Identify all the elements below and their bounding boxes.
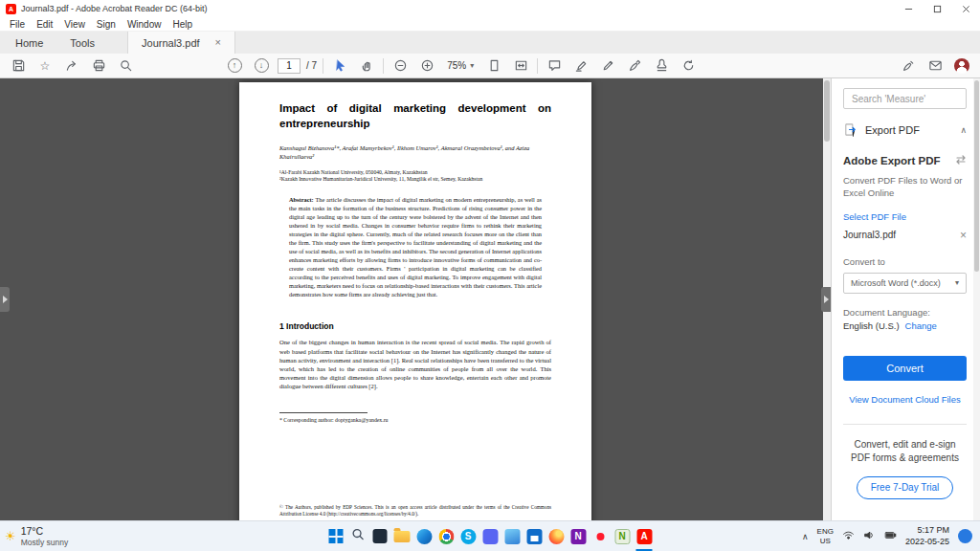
menu-sign[interactable]: Sign [91,19,122,30]
select-pdf-file-link[interactable]: Select PDF File [843,211,967,222]
menu-window[interactable]: Window [122,19,167,30]
format-dropdown[interactable]: Microsoft Word (*.docx) ▾ [843,273,967,294]
taskbar-app-notepad[interactable]: N [612,521,634,551]
toolbar-separator [537,58,538,74]
tab-document[interactable]: Journal3.pdf × [127,32,235,54]
save-button[interactable] [8,56,29,76]
convert-button[interactable]: Convert [843,356,967,381]
language-indicator[interactable]: ENG US [817,527,834,544]
sign-pen-button[interactable] [898,56,919,76]
toolbar-separator [383,58,384,74]
taskbar-app-opera[interactable] [590,521,612,551]
adobe-export-pdf-menu-icon[interactable] [955,154,967,167]
taskbar-app-start[interactable] [325,521,347,551]
highlight-tool-button[interactable] [570,56,591,76]
tray-chevron-icon[interactable]: ∧ [802,532,809,541]
tab-tools[interactable]: Tools [56,32,108,54]
taskbar-app-search[interactable] [347,521,369,551]
zoom-out-button[interactable] [390,56,411,76]
network-button[interactable] [842,528,855,545]
taskbar-apps: S N N A [325,521,656,551]
comment-tool-button[interactable] [544,56,565,76]
panel-scrollbar[interactable] [973,78,980,520]
menu-view[interactable]: View [58,19,91,30]
paper-abstract: Abstract: The article discusses the impa… [289,195,542,298]
navigation-pane-toggle[interactable] [0,287,10,312]
stamp-tool-button[interactable] [651,56,672,76]
page-number-input[interactable] [278,58,301,74]
discord-icon [482,529,498,544]
print-button[interactable] [88,56,109,76]
change-language-link[interactable]: Change [905,320,937,331]
remove-file-icon[interactable]: × [960,230,967,241]
volume-button[interactable] [863,528,876,545]
taskbar-app-edge[interactable] [413,521,435,551]
taskbar-search-icon [351,527,366,545]
find-button[interactable] [115,56,136,76]
notepad-plus-plus-icon: N [614,529,630,544]
free-trial-button[interactable]: Free 7-Day Trial [857,476,954,499]
fill-sign-tool-button[interactable] [624,56,645,76]
star-button[interactable]: ☆ [34,56,56,76]
weather-temperature: 17°C [21,525,69,538]
envelope-icon [928,58,943,73]
menu-help[interactable]: Help [167,19,198,30]
zoom-in-icon [420,58,434,73]
minimize-button[interactable] [894,0,923,17]
pdf-page: Impact of digital marketing development … [239,82,591,520]
battery-button[interactable] [884,528,897,545]
profile-button[interactable] [951,56,972,76]
paper-authors: Kanshagul Bizhanova¹*, Arafat Mamyrbekov… [279,143,551,162]
panel-scrollbar-thumb[interactable] [974,80,979,272]
next-page-button[interactable]: ↓ [251,56,272,76]
select-tool-button[interactable] [329,56,350,76]
chevron-up-icon[interactable]: ∧ [960,125,967,135]
maximize-button[interactable] [923,0,951,17]
single-page-view-button[interactable] [483,56,504,76]
previous-page-button[interactable]: ↑ [224,56,245,76]
tools-pane-toggle[interactable] [821,287,831,312]
footnote: * Corresponding author: doptyganka@yande… [279,417,551,423]
document-scrollbar-thumb[interactable] [824,80,830,142]
zoom-in-button[interactable] [416,56,437,76]
taskbar-app-file-explorer[interactable] [391,521,413,551]
sign-pen-icon [902,58,916,73]
taskbar-app-discord[interactable] [479,521,501,551]
taskbar-app-store[interactable] [523,521,546,551]
action-center-icon[interactable] [958,529,972,543]
share-email-button[interactable] [924,56,946,76]
sun-icon: ☀ [5,530,16,542]
single-page-icon [487,58,501,73]
taskbar-app-acrobat[interactable]: A [634,521,656,551]
taskbar-app-photos[interactable] [501,521,523,551]
hand-tool-button[interactable] [356,56,377,76]
taskbar-app-skype[interactable]: S [457,521,479,551]
cursor-icon [333,58,347,73]
share-button[interactable] [61,56,82,76]
close-button[interactable] [951,0,980,17]
menu-edit[interactable]: Edit [31,19,58,30]
tools-search-input[interactable] [843,88,967,109]
zoom-dropdown[interactable]: 75% ▾ [443,58,478,73]
convert-to-label: Convert to [843,256,967,267]
export-pdf-section-header[interactable]: Export PDF ∧ [843,122,967,137]
tab-home[interactable]: Home [2,32,56,54]
taskbar-app-onenote[interactable]: N [568,521,590,551]
adobe-export-pdf-header: Adobe Export PDF [843,154,967,167]
taskbar-app-task-view[interactable] [369,521,391,551]
fit-width-icon [514,58,528,73]
wifi-icon [842,529,855,541]
weather-description: Mostly sunny [21,538,69,547]
rotate-tool-button[interactable] [678,56,699,76]
weather-widget[interactable]: ☀ 17°C Mostly sunny [0,525,107,547]
menu-file[interactable]: File [4,19,31,30]
clock[interactable]: 5:17 PM 2022-05-25 [905,525,949,547]
page-count-label: / 7 [306,60,317,71]
draw-tool-button[interactable] [597,56,618,76]
taskbar-app-chrome[interactable] [435,521,457,551]
tab-close-icon[interactable]: × [215,37,221,48]
view-cloud-files-link[interactable]: View Document Cloud Files [843,394,967,405]
taskbar-app-firefox[interactable] [546,521,568,551]
share-icon [65,58,79,73]
fit-width-button[interactable] [510,56,531,76]
